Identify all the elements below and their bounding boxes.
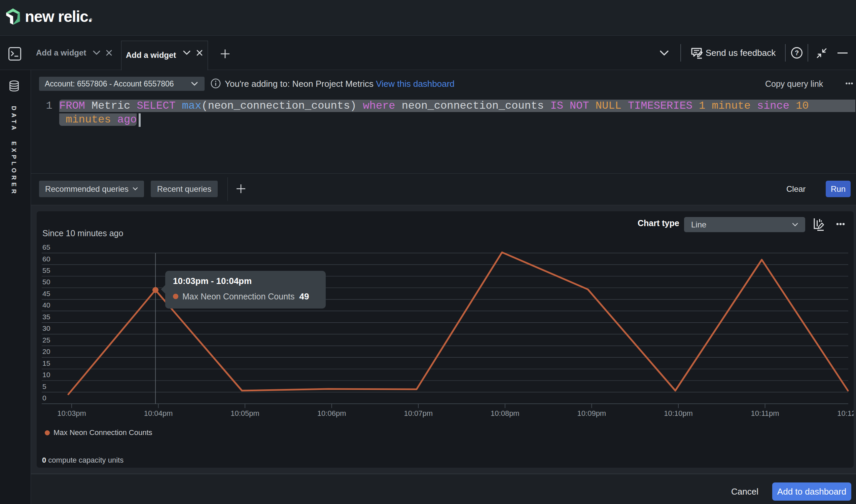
svg-text:35: 35 [42, 313, 50, 321]
svg-text:65: 65 [42, 243, 50, 251]
svg-text:10:09pm: 10:09pm [577, 409, 606, 417]
svg-text:10:07pm: 10:07pm [404, 409, 433, 417]
svg-text:10:10pm: 10:10pm [664, 409, 693, 417]
svg-text:10:05pm: 10:05pm [231, 409, 260, 417]
svg-text:40: 40 [42, 301, 50, 309]
svg-text:25: 25 [42, 336, 50, 344]
svg-text:10:08pm: 10:08pm [491, 409, 519, 417]
svg-text:50: 50 [42, 278, 50, 286]
svg-text:10:06pm: 10:06pm [317, 409, 346, 417]
svg-text:15: 15 [42, 359, 50, 367]
svg-text:20: 20 [42, 347, 50, 355]
svg-text:10:04pm: 10:04pm [144, 409, 173, 417]
svg-text:60: 60 [42, 255, 50, 263]
svg-text:10:12pm: 10:12pm [837, 409, 854, 417]
svg-text:5: 5 [42, 382, 47, 390]
svg-text:0: 0 [42, 394, 47, 402]
svg-text:55: 55 [42, 267, 50, 274]
svg-text:45: 45 [42, 290, 50, 298]
svg-text:?: ? [795, 49, 799, 56]
svg-text:10: 10 [42, 371, 50, 378]
svg-text:10:11pm: 10:11pm [751, 409, 779, 417]
svg-text:30: 30 [42, 324, 50, 332]
svg-text:10:03pm: 10:03pm [57, 409, 86, 417]
